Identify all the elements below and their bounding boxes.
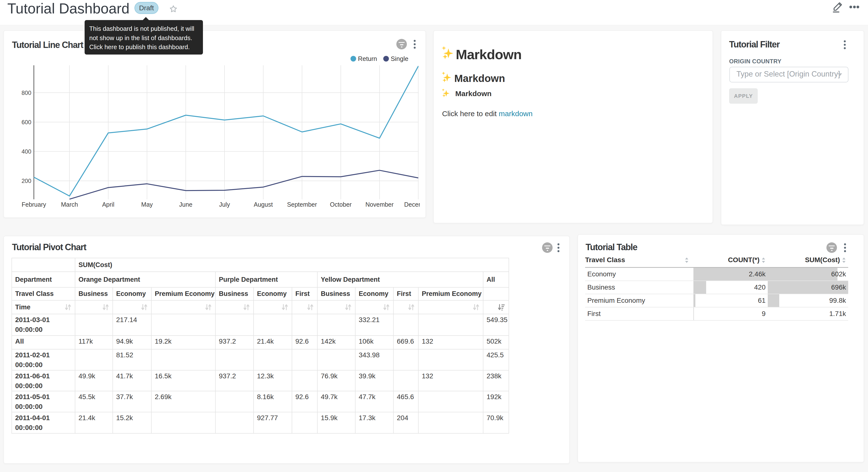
svg-text:August: August bbox=[254, 201, 273, 208]
svg-text:200: 200 bbox=[22, 178, 31, 184]
svg-text:600: 600 bbox=[22, 119, 31, 125]
svg-text:October: October bbox=[330, 201, 351, 208]
svg-text:800: 800 bbox=[22, 89, 31, 96]
svg-text:December: December bbox=[404, 201, 420, 208]
svg-text:April: April bbox=[102, 201, 115, 208]
svg-text:November: November bbox=[366, 201, 394, 208]
svg-text:Return: Return bbox=[358, 55, 377, 62]
svg-text:February: February bbox=[22, 201, 46, 208]
svg-text:June: June bbox=[179, 201, 192, 208]
svg-text:May: May bbox=[141, 201, 153, 208]
svg-text:March: March bbox=[61, 201, 78, 208]
svg-text:July: July bbox=[219, 201, 230, 208]
svg-text:September: September bbox=[287, 201, 317, 208]
svg-text:Single: Single bbox=[391, 55, 408, 62]
svg-text:400: 400 bbox=[22, 148, 31, 155]
